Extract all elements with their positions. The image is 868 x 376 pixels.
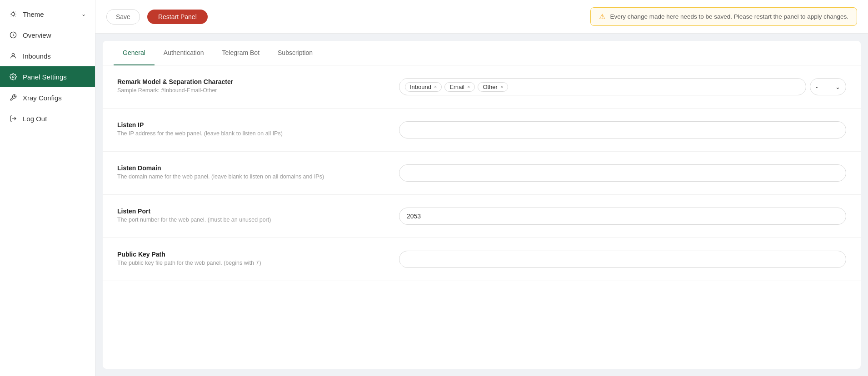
listen-domain-label: Listen Domain [117, 164, 381, 172]
listen-port-input[interactable] [399, 208, 846, 225]
tag-input-container: Inbound × Email × Other × [399, 78, 846, 95]
user-icon [9, 52, 17, 60]
alert-banner: ⚠ Every change made here needs to be sav… [590, 7, 857, 26]
bulb-icon [9, 10, 17, 18]
separator-chevron-icon: ⌄ [835, 84, 840, 90]
public-key-path-label: Public Key Path [117, 251, 381, 258]
wrench-icon [9, 94, 17, 102]
listen-domain-label-col: Listen Domain The domain name for the we… [117, 164, 381, 180]
sidebar-item-panel-settings[interactable]: Panel Settings [0, 66, 95, 87]
tab-general[interactable]: General [114, 41, 155, 65]
tag-close-other[interactable]: × [500, 84, 503, 89]
public-key-path-section: Public Key Path The public key file path… [103, 238, 861, 281]
listen-domain-input[interactable] [399, 164, 846, 182]
save-button[interactable]: Save [106, 9, 140, 25]
sidebar-item-xray-configs[interactable]: Xray Configs [0, 87, 95, 108]
remark-model-hint: Sample Remark: #Inbound-Email-Other [117, 87, 381, 94]
logout-icon [9, 114, 17, 123]
listen-ip-label-col: Listen IP The IP address for the web pan… [117, 121, 381, 137]
sidebar-item-label: Panel Settings [23, 73, 67, 81]
listen-port-label: Listen Port [117, 208, 381, 215]
public-key-path-label-col: Public Key Path The public key file path… [117, 251, 381, 266]
listen-port-section: Listen Port The port number for the web … [103, 195, 861, 238]
chevron-down-icon: ⌄ [81, 11, 86, 17]
listen-domain-control [399, 164, 846, 182]
tab-authentication[interactable]: Authentication [155, 41, 213, 65]
listen-port-hint: The port number for the web panel. (must… [117, 217, 381, 223]
remark-model-section: Remark Model & Separation Character Samp… [103, 65, 861, 109]
sidebar-item-label: Log Out [23, 115, 47, 123]
separator-select[interactable]: - ⌄ [810, 78, 846, 95]
tag-email: Email × [444, 82, 475, 92]
tag-close-email[interactable]: × [467, 84, 470, 89]
remark-model-label: Remark Model & Separation Character [117, 78, 381, 85]
dashboard-icon [9, 31, 17, 39]
remark-model-control: Inbound × Email × Other × [399, 78, 846, 95]
remark-model-row: Remark Model & Separation Character Samp… [117, 78, 846, 95]
tab-telegram-bot[interactable]: Telegram Bot [213, 41, 269, 65]
public-key-path-input[interactable] [399, 251, 846, 268]
restart-panel-button[interactable]: Restart Panel [147, 10, 208, 24]
public-key-path-row: Public Key Path The public key file path… [117, 251, 846, 268]
sidebar: Theme ⌄ Overview Inbounds Panel Settings… [0, 0, 95, 376]
tag-close-inbound[interactable]: × [434, 84, 437, 89]
sidebar-item-overview[interactable]: Overview [0, 25, 95, 45]
tabs-container: General Authentication Telegram Bot Subs… [103, 41, 861, 65]
settings-card: General Authentication Telegram Bot Subs… [103, 41, 861, 369]
content-area: General Authentication Telegram Bot Subs… [95, 34, 868, 376]
topbar: Save Restart Panel ⚠ Every change made h… [95, 0, 868, 34]
listen-ip-control [399, 121, 846, 139]
listen-ip-input[interactable] [399, 121, 846, 139]
public-key-path-hint: The public key file path for the web pan… [117, 260, 381, 266]
sidebar-item-label: Xray Configs [23, 94, 62, 102]
listen-ip-section: Listen IP The IP address for the web pan… [103, 109, 861, 152]
sidebar-item-label: Inbounds [23, 52, 51, 60]
sidebar-item-inbounds[interactable]: Inbounds [0, 45, 95, 66]
tab-subscription[interactable]: Subscription [269, 41, 322, 65]
sidebar-item-label: Theme [23, 10, 44, 18]
listen-domain-section: Listen Domain The domain name for the we… [103, 152, 861, 195]
alert-text: Every change made here needs to be saved… [610, 13, 848, 20]
listen-domain-row: Listen Domain The domain name for the we… [117, 164, 846, 182]
tags-box[interactable]: Inbound × Email × Other × [399, 78, 806, 95]
warning-icon: ⚠ [599, 12, 605, 21]
svg-point-0 [12, 13, 15, 16]
listen-ip-label: Listen IP [117, 121, 381, 129]
sidebar-item-theme[interactable]: Theme ⌄ [0, 4, 95, 25]
sidebar-item-label: Overview [23, 31, 51, 39]
listen-port-label-col: Listen Port The port number for the web … [117, 208, 381, 223]
tag-inbound: Inbound × [405, 82, 442, 92]
listen-port-row: Listen Port The port number for the web … [117, 208, 846, 225]
listen-domain-hint: The domain name for the web panel. (leav… [117, 173, 381, 180]
main-content: Save Restart Panel ⚠ Every change made h… [95, 0, 868, 376]
remark-model-label-col: Remark Model & Separation Character Samp… [117, 78, 381, 94]
separator-value: - [816, 84, 818, 90]
public-key-path-control [399, 251, 846, 268]
listen-ip-row: Listen IP The IP address for the web pan… [117, 121, 846, 139]
sidebar-item-logout[interactable]: Log Out [0, 108, 95, 129]
gear-icon [9, 73, 17, 81]
listen-ip-hint: The IP address for the web panel. (leave… [117, 130, 381, 137]
tag-other: Other × [478, 82, 508, 92]
listen-port-control [399, 208, 846, 225]
svg-point-2 [12, 54, 14, 56]
svg-point-3 [12, 76, 14, 78]
